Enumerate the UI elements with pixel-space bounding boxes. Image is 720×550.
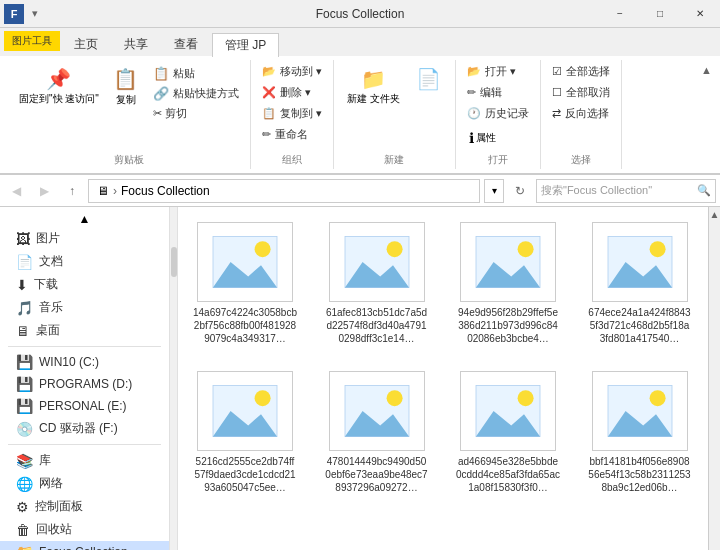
personal-drive-icon: 💾 <box>16 398 33 414</box>
file-name: 94e9d956f28b29ffef5e386d211b973d996c8402… <box>456 306 560 345</box>
list-item[interactable]: bbf14181b4f056e890856e54f13c58b23112538b… <box>581 364 699 501</box>
programs-drive-icon: 💾 <box>16 376 33 392</box>
list-item[interactable]: 5216cd2555ce2db74ff57f9daed3cde1cdcd2193… <box>186 364 304 501</box>
file-thumbnail <box>329 371 425 451</box>
close-button[interactable]: ✕ <box>680 0 720 28</box>
sidebar-item-recycle[interactable]: 🗑 回收站 <box>0 518 169 541</box>
file-name: 14a697c4224c3058bcb2bf756c88fb00f4819289… <box>193 306 297 345</box>
properties-button[interactable]: ℹ 属性 <box>462 125 503 151</box>
file-name: 478014449bc9490d500ebf6e73eaa9be48ec7893… <box>325 455 429 494</box>
edit-button[interactable]: ✏ 编辑 <box>462 83 507 102</box>
refresh-button[interactable]: ↻ <box>508 179 532 203</box>
delete-button[interactable]: ❌ 删除 ▾ <box>257 83 316 102</box>
ribbon-section-clipboard: 📌 固定到"快 速访问" 📋 复制 📋 粘贴 🔗 <box>8 60 251 169</box>
file-name: 5216cd2555ce2db74ff57f9daed3cde1cdcd2193… <box>193 455 297 494</box>
network-icon: 🌐 <box>16 476 33 492</box>
move-to-button[interactable]: 📂 移动到 ▾ <box>257 62 327 81</box>
maximize-button[interactable]: □ <box>640 0 680 28</box>
list-item[interactable]: 478014449bc9490d500ebf6e73eaa9be48ec7893… <box>318 364 436 501</box>
sidebar-item-music[interactable]: 🎵 音乐 <box>0 296 169 319</box>
tab-view[interactable]: 查看 <box>162 32 210 56</box>
main-area: ▲ 🖼 图片 📄 文档 ⬇ 下载 🎵 音乐 🖥 桌面 💾 WIN10 (C:) … <box>0 207 720 550</box>
svg-point-31 <box>649 390 665 406</box>
controlpanel-icon: ⚙ <box>16 499 29 515</box>
sidebar-item-desktop[interactable]: 🖥 桌面 <box>0 319 169 342</box>
sidebar-item-focuscollection[interactable]: 📁 Focus Collection <box>0 541 169 550</box>
new-folder-button[interactable]: 📁 新建 文件夹 <box>340 62 407 110</box>
desktop-icon: 🖥 <box>16 323 30 339</box>
open-button[interactable]: 📂 打开 ▾ <box>462 62 521 81</box>
sidebar-item-network[interactable]: 🌐 网络 <box>0 472 169 495</box>
file-name: bbf14181b4f056e890856e54f13c58b23112538b… <box>588 455 692 494</box>
paste-shortcut-button[interactable]: 🔗 粘贴快捷方式 <box>148 84 244 103</box>
sidebar-item-controlpanel[interactable]: ⚙ 控制面板 <box>0 495 169 518</box>
path-computer-icon: 🖥 <box>97 184 109 198</box>
paste-button[interactable]: 📋 粘贴 <box>148 64 244 83</box>
sidebar-separator-2 <box>8 444 161 445</box>
file-thumbnail <box>460 371 556 451</box>
file-area-scrollbar[interactable]: ▲ ▼ <box>708 207 720 550</box>
documents-icon: 📄 <box>16 254 33 270</box>
path-dropdown-button[interactable]: ▾ <box>484 179 504 203</box>
svg-point-11 <box>518 241 534 257</box>
back-button[interactable]: ◀ <box>4 179 28 203</box>
sidebar-item-documents[interactable]: 📄 文档 <box>0 250 169 273</box>
tab-share[interactable]: 共享 <box>112 32 160 56</box>
address-bar: ◀ ▶ ↑ 🖥 › Focus Collection ▾ ↻ 搜索"Focus … <box>0 175 720 207</box>
sidebar-item-library[interactable]: 📚 库 <box>0 449 169 472</box>
search-placeholder: 搜索"Focus Collection" <box>541 183 652 198</box>
new-item-button[interactable]: 📄 <box>409 62 449 96</box>
ribbon-section-open: 📂 打开 ▾ ✏ 编辑 🕐 历史记录 ℹ 属性 打开 <box>456 60 541 169</box>
svg-point-19 <box>255 390 271 406</box>
sidebar-item-downloads[interactable]: ⬇ 下载 <box>0 273 169 296</box>
list-item[interactable]: ad466945e328e5bbde0cddd4ce85af3fda65ac1a… <box>449 364 567 501</box>
forward-button[interactable]: ▶ <box>32 179 56 203</box>
svg-point-27 <box>518 390 534 406</box>
file-thumbnail <box>592 222 688 302</box>
sidebar-separator-1 <box>8 346 161 347</box>
deselect-all-button[interactable]: ☐ 全部取消 <box>547 83 615 102</box>
invert-selection-button[interactable]: ⇄ 反向选择 <box>547 104 614 123</box>
rename-button[interactable]: ✏ 重命名 <box>257 125 313 144</box>
file-name: 674ece24a1a424f88435f3d721c468d2b5f18a3f… <box>588 306 692 345</box>
ribbon: 图片工具 主页 共享 查看 管理 JP 📌 固定到"快 速访问" <box>0 28 720 175</box>
select-all-button[interactable]: ☑ 全部选择 <box>547 62 615 81</box>
recycle-icon: 🗑 <box>16 522 30 538</box>
copy-button[interactable]: 📋 复制 <box>106 62 146 112</box>
list-item[interactable]: 674ece24a1a424f88435f3d721c468d2b5f18a3f… <box>581 215 699 352</box>
list-item[interactable]: 14a697c4224c3058bcb2bf756c88fb00f4819289… <box>186 215 304 352</box>
library-icon: 📚 <box>16 453 33 469</box>
sidebar-item-personal[interactable]: 💾 PERSONAL (E:) <box>0 395 169 417</box>
address-path[interactable]: 🖥 › Focus Collection <box>88 179 480 203</box>
tab-picture-tools[interactable]: 图片工具 <box>4 31 60 51</box>
sidebar-item-pictures[interactable]: 🖼 图片 <box>0 227 169 250</box>
list-item[interactable]: 94e9d956f28b29ffef5e386d211b973d996c8402… <box>449 215 567 352</box>
search-box[interactable]: 搜索"Focus Collection" 🔍 <box>536 179 716 203</box>
search-icon: 🔍 <box>697 184 711 197</box>
list-item[interactable]: 61afec813cb51dc7a5dd22574f8df3d40a479102… <box>318 215 436 352</box>
sidebar-scroll-up[interactable]: ▲ <box>0 211 169 227</box>
minimize-button[interactable]: − <box>600 0 640 28</box>
scrollbar-up-arrow[interactable]: ▲ <box>710 209 720 220</box>
sidebar-scrollbar[interactable] <box>170 207 178 550</box>
sidebar-item-win10[interactable]: 💾 WIN10 (C:) <box>0 351 169 373</box>
file-thumbnail <box>460 222 556 302</box>
cd-drive-icon: 💿 <box>16 421 33 437</box>
sidebar-item-cd[interactable]: 💿 CD 驱动器 (F:) <box>0 417 169 440</box>
history-button[interactable]: 🕐 历史记录 <box>462 104 534 123</box>
cut-button[interactable]: ✂ 剪切 <box>148 104 244 123</box>
tab-home[interactable]: 主页 <box>62 32 110 56</box>
up-button[interactable]: ↑ <box>60 179 84 203</box>
pictures-icon: 🖼 <box>16 231 30 247</box>
tab-manage[interactable]: 管理 JP <box>212 33 279 57</box>
ribbon-collapse-button[interactable]: ▲ <box>701 60 712 169</box>
svg-point-3 <box>255 241 271 257</box>
app-icon: F <box>4 4 24 24</box>
window-controls: − □ ✕ <box>600 0 720 28</box>
copy-to-button[interactable]: 📋 复制到 ▾ <box>257 104 327 123</box>
svg-point-7 <box>386 241 402 257</box>
sidebar-scrollbar-thumb[interactable] <box>171 247 177 277</box>
pin-to-quickaccess-button[interactable]: 📌 固定到"快 速访问" <box>14 62 104 110</box>
title-bar: F ▾ Focus Collection − □ ✕ <box>0 0 720 28</box>
sidebar-item-programs[interactable]: 💾 PROGRAMS (D:) <box>0 373 169 395</box>
